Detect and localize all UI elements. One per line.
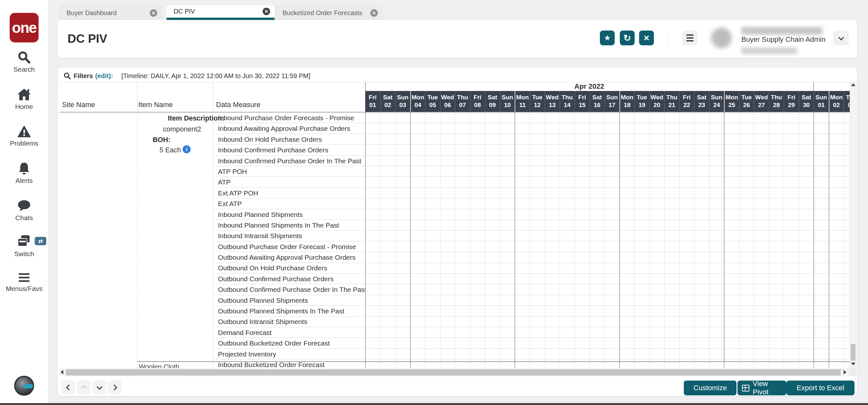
day-body-column (664, 113, 679, 368)
measure-row: Inbound Planned Shipments (214, 209, 365, 220)
tab-buyer-dashboard[interactable]: Buyer Dashboard ✕ (59, 6, 162, 20)
scroll-left-arrow[interactable] (60, 370, 63, 374)
sidebar-item-alerts[interactable]: Alerts (0, 161, 48, 185)
day-body-column (634, 113, 649, 368)
day-header-cell: Mon25 (724, 91, 739, 112)
day-header-cell: Fri01 (365, 91, 380, 112)
measure-row: Inbound Confirmed Purchase Order In The … (214, 156, 365, 166)
tab-label: Bucketized Order Forecasts (276, 9, 370, 17)
scroll-down-arrow[interactable] (851, 363, 856, 366)
day-body-column (679, 113, 694, 368)
chevron-left-icon (66, 384, 72, 390)
column-divider (137, 82, 137, 112)
day-body-column (769, 113, 784, 368)
measure-row: Outbound Purchase Order Forecast - Promi… (214, 241, 365, 252)
sidebar-item-label: Home (0, 103, 48, 111)
switch-badge-icon[interactable]: ⇄ (35, 237, 46, 245)
page-up-button[interactable] (76, 380, 91, 395)
page-title: DC PIV (67, 32, 107, 45)
day-header-cell: Tue03 (843, 91, 850, 112)
close-icon: × (644, 32, 649, 43)
vertical-scrollbar[interactable] (850, 81, 857, 369)
day-body-column (395, 113, 410, 368)
close-icon[interactable]: ✕ (262, 8, 270, 15)
close-icon[interactable]: ✕ (150, 9, 157, 17)
chevron-down-icon (838, 34, 844, 40)
one-logo-text: one (12, 19, 36, 36)
home-icon (0, 87, 48, 101)
day-header-cell: Thu14 (560, 91, 575, 112)
customize-button[interactable]: Customize (684, 380, 737, 395)
measure-row: Inbound Intransit Shipments (214, 230, 365, 241)
export-to-excel-button[interactable]: Export to Excel (786, 380, 855, 395)
day-header-cell: Tue19 (634, 91, 649, 112)
measure-row: Outbound Planned Shipments In The Past (214, 306, 365, 316)
boh-label: BOH: (153, 136, 170, 144)
close-icon[interactable]: ✕ (370, 9, 378, 17)
data-measure-column: Inbound Purchase Order Forecasts - Promi… (214, 113, 365, 368)
header-avatar[interactable] (711, 28, 732, 48)
scroll-up-arrow[interactable] (851, 83, 856, 86)
view-pivot-button[interactable]: View Pivot (738, 380, 786, 395)
screen-bottom-edge (0, 403, 868, 405)
vertical-scrollbar-thumb[interactable] (850, 344, 856, 361)
day-body-column (649, 113, 664, 368)
sidebar-item-home[interactable]: Home (0, 87, 48, 111)
sidebar-item-problems[interactable]: Problems (0, 125, 48, 147)
day-body-column (470, 113, 485, 368)
measure-row: Inbound Confirmed Purchase Orders (214, 145, 365, 155)
filters-bar: Filters (edit): [Timeline: DAILY, Apr 1,… (63, 72, 310, 80)
info-icon[interactable]: i (183, 145, 191, 153)
filters-edit-link[interactable]: (edit): (95, 72, 113, 80)
day-body-column (380, 113, 396, 368)
refresh-button[interactable]: ↻ (620, 31, 634, 45)
day-body-column (799, 113, 814, 368)
view-pivot-button-label: View Pivot (752, 380, 782, 396)
page-left-button[interactable] (61, 380, 75, 395)
sidebar-item-chats[interactable]: Chats (0, 199, 48, 222)
column-header-site-name: Site Name (62, 101, 95, 109)
measure-row: Inbound Bucketized Order Forecast (214, 360, 365, 368)
user-avatar[interactable] (14, 376, 34, 396)
scroll-right-arrow[interactable] (843, 370, 846, 374)
header-menu-button[interactable] (682, 31, 698, 45)
day-body-column (590, 113, 605, 368)
day-header-cell: Sat16 (590, 91, 605, 112)
filters-label: Filters (73, 72, 93, 80)
item-group-divider (137, 361, 850, 362)
one-logo[interactable]: one (10, 13, 38, 42)
tab-label: DC PIV (166, 8, 262, 15)
day-header-cell: Mon18 (620, 91, 634, 112)
day-body-column (575, 113, 590, 368)
sidebar-item-search[interactable]: Search (0, 50, 48, 73)
title-card (58, 20, 857, 58)
bell-icon (0, 161, 48, 176)
user-menu-dropdown[interactable] (833, 31, 849, 45)
table-grid-icon (742, 385, 749, 392)
sidebar-item-label: Search (0, 66, 48, 73)
day-header-cell: Sat02 (380, 91, 396, 112)
measure-row: ATP POH (214, 166, 365, 177)
month-row: Apr 2022 (365, 82, 850, 91)
close-screen-button[interactable]: × (639, 31, 654, 45)
page-down-button[interactable] (92, 380, 106, 395)
day-header-cell: Sun17 (604, 91, 620, 112)
export-button-label: Export to Excel (797, 384, 844, 392)
header-divider (668, 31, 669, 45)
tab-bucketized-order-forecasts[interactable]: Bucketized Order Forecasts ✕ (275, 6, 382, 20)
horizontal-scrollbar-thumb[interactable] (66, 369, 841, 375)
tab-dc-piv[interactable]: DC PIV ✕ (166, 5, 275, 20)
column-divider (213, 82, 213, 112)
day-body-column (754, 113, 769, 368)
favorite-button[interactable]: ★ (600, 31, 615, 45)
tab-label: Buyer Dashboard (60, 9, 150, 17)
day-header-cell: Fri15 (575, 91, 590, 112)
day-body-column (440, 113, 455, 368)
sidebar-item-menus-favs[interactable]: Menus/Favs (0, 272, 48, 292)
day-header-cell: Sun03 (395, 91, 410, 112)
measure-row: Inbound Planned Shipments In The Past (214, 220, 365, 230)
hamburger-icon (0, 272, 48, 283)
day-body-column (604, 113, 620, 368)
day-body-column (530, 113, 545, 368)
page-right-button[interactable] (108, 380, 122, 395)
